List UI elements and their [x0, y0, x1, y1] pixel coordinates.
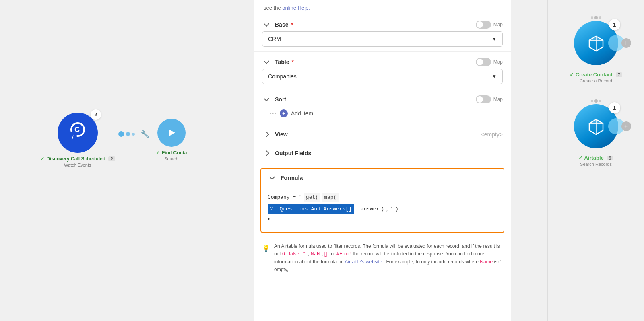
info-code7: Name: [480, 259, 493, 265]
info-box: 💡 An Airtable formula used to filter rec…: [254, 238, 511, 278]
create-contact-title: ✓ Create Contact 7: [570, 72, 622, 78]
discovery-icon: C: [66, 121, 90, 145]
airtable-circle[interactable]: 1: [574, 104, 618, 148]
formula-line1: Company = " get( map(: [268, 193, 497, 202]
formula-code: Company = " get( map( 2. Questions And A…: [268, 193, 497, 225]
create-contact-wrap[interactable]: 1 +: [574, 21, 618, 65]
base-label: Base *: [275, 21, 472, 28]
formula-chevron-icon: [270, 177, 274, 179]
formula-section: Formula Company = " get( map( 2. Questio…: [260, 168, 504, 233]
base-section: Base * Map CRM ▼: [254, 14, 511, 52]
create-contact-sub: Create a Record: [570, 78, 622, 83]
add-item-icon: +: [280, 109, 288, 117]
base-toggle[interactable]: [476, 21, 491, 29]
info-comma4: ,: [322, 251, 324, 257]
table-required-star: *: [291, 59, 293, 65]
base-map-label: Map: [493, 22, 503, 27]
base-map-toggle: Map: [476, 21, 503, 29]
online-help-link[interactable]: online Help.: [282, 5, 310, 11]
check-icon-find: ✓: [156, 150, 160, 156]
help-prefix: see the: [264, 5, 282, 11]
dots-top-2: [591, 99, 601, 103]
table-select[interactable]: Companies ▼: [262, 69, 503, 84]
info-code4: NaN: [311, 251, 320, 257]
airtable-name: Airtable: [584, 155, 603, 161]
find-icon: [165, 127, 178, 139]
code-highlight: 2. Questions And Answers[]: [268, 204, 354, 214]
code-company-prefix: Company = ": [268, 193, 302, 202]
add-item-row[interactable]: + Add item: [254, 106, 511, 121]
info-icon: 💡: [262, 243, 270, 274]
formula-line2: 2. Questions And Answers[] ; answer ) ; …: [268, 204, 497, 214]
airtable-cube-icon: [586, 116, 606, 136]
check-create: ✓: [570, 72, 576, 78]
table-map-label: Map: [493, 59, 503, 65]
dot-r6: [599, 100, 601, 102]
view-chevron[interactable]: [262, 130, 271, 139]
check-icon-discovery: ✓: [40, 156, 44, 162]
output-chevron-icon: [264, 151, 268, 155]
base-row: Base * Map: [254, 14, 511, 31]
create-contact-circle[interactable]: 1: [574, 21, 618, 65]
create-contact-name: Create Contact: [576, 72, 613, 78]
code-answer: answer: [361, 205, 380, 214]
code-semi1: ;: [356, 205, 359, 214]
sort-toggle[interactable]: [476, 95, 491, 103]
node-discovery[interactable]: 2 C ✓ Discovery Call Scheduled 2 Watch E…: [40, 113, 115, 167]
airtable-sub: Search Records: [578, 162, 613, 167]
base-select[interactable]: CRM ▼: [262, 31, 503, 47]
base-chevron[interactable]: [262, 20, 271, 29]
module-create-contact: 1 + ✓ Create Contact 7 Create a Record: [556, 16, 636, 83]
dot-r3: [599, 16, 601, 19]
airtable-title: ✓ Airtable 9: [578, 155, 613, 161]
sort-chevron[interactable]: [262, 95, 271, 104]
dot-r5: [594, 99, 598, 103]
dot3: [132, 133, 135, 136]
airtable-link[interactable]: Airtable's website: [345, 259, 382, 265]
add-item-text: Add item: [291, 110, 313, 117]
table-toggle[interactable]: [476, 58, 491, 66]
table-chevron[interactable]: [262, 58, 271, 66]
output-chevron[interactable]: [262, 149, 271, 158]
info-code1: 0: [282, 251, 285, 257]
create-contact-cube-icon: [586, 33, 606, 53]
table-label-text: Table: [275, 59, 289, 65]
sort-label: Sort: [275, 96, 472, 103]
sort-map-toggle: Map: [476, 95, 503, 103]
output-label: Output Fields: [275, 150, 503, 156]
dot1: [118, 131, 124, 137]
formula-header: Formula: [261, 169, 504, 187]
svg-text:C: C: [74, 126, 80, 134]
node-discovery-circle[interactable]: 2 C: [58, 113, 98, 153]
node-find-contact[interactable]: ✓ Find Conta Search: [156, 119, 187, 161]
create-contact-num: 7: [616, 72, 622, 77]
info-code3: "": [303, 251, 307, 257]
dots: [118, 131, 135, 137]
svg-marker-4: [169, 129, 175, 136]
table-select-value: Companies: [268, 73, 297, 80]
output-section: Output Fields: [254, 144, 511, 163]
create-contact-badge: 1: [609, 19, 620, 30]
create-contact-plus[interactable]: +: [621, 38, 631, 48]
view-value: <empty>: [481, 131, 503, 138]
dot-r4: [591, 100, 593, 102]
dot-r2: [594, 16, 598, 19]
formula-chevron[interactable]: [268, 173, 277, 182]
sort-map-label: Map: [493, 97, 503, 102]
code-paren2: ): [395, 205, 398, 214]
svg-marker-12: [589, 119, 603, 123]
airtable-plus[interactable]: +: [621, 121, 631, 131]
info-code6: #Error!: [336, 251, 351, 257]
node-discovery-title: ✓ Discovery Call Scheduled 2: [40, 156, 115, 162]
table-select-arrow: ▼: [492, 74, 497, 79]
airtable-badge: 1: [609, 102, 620, 113]
info-code2: false: [289, 251, 299, 257]
code-get: get(: [304, 193, 320, 202]
node-discovery-text: Discovery Call Scheduled: [46, 156, 105, 162]
base-select-arrow: ▼: [492, 36, 497, 42]
node-discovery-badge: 2: [91, 109, 101, 120]
create-contact-label: ✓ Create Contact 7 Create a Record: [570, 68, 622, 83]
airtable-wrap[interactable]: 1 +: [574, 104, 618, 148]
info-comma3: ,: [308, 251, 311, 257]
node-find-circle[interactable]: [157, 119, 186, 147]
